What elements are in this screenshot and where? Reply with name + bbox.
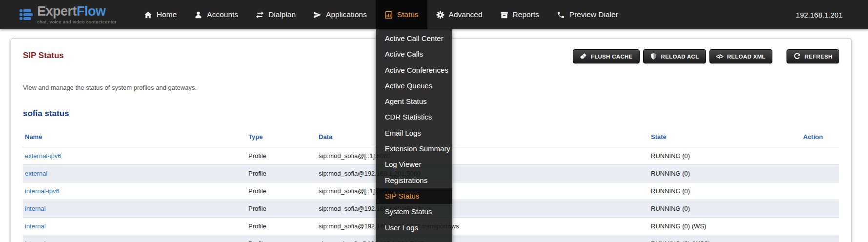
cell-type: Profile	[246, 235, 317, 242]
status-menu-item-registrations[interactable]: Registrations	[376, 173, 452, 188]
reload-xml-button[interactable]: </> RELOAD XML	[709, 49, 772, 63]
cell-state: RUNNING (0) (WSS)	[649, 235, 801, 242]
cell-action	[801, 147, 839, 165]
status-menu-item-log-viewer[interactable]: Log Viewer	[376, 157, 452, 172]
cell-type: Profile	[246, 218, 317, 235]
nav-item-home[interactable]: Home	[135, 0, 185, 29]
status-menu-item-agent-status[interactable]: Agent Status	[376, 94, 452, 109]
paper-plane-icon	[313, 11, 322, 19]
cell-action	[801, 182, 839, 200]
cell-state: RUNNING (0) (WS)	[649, 218, 801, 235]
nav-item-label: Preview Dialer	[569, 10, 618, 19]
nav-item-label: Home	[157, 10, 177, 19]
nav-item-dialplan[interactable]: Dialplan	[247, 0, 304, 29]
nav-item-applications[interactable]: Applications	[304, 0, 376, 29]
refresh-button[interactable]: REFRESH	[787, 49, 839, 63]
button-label: RELOAD XML	[727, 54, 766, 60]
nav-item-preview-dialer[interactable]: Preview Dialer	[548, 0, 627, 29]
logo-dots-icon	[20, 9, 33, 20]
column-header-type: Type	[246, 128, 317, 147]
profile-name-link[interactable]: external	[25, 170, 47, 177]
page-title: SIP Status	[23, 49, 64, 60]
cell-action	[801, 165, 839, 182]
status-menu-item-cdr-statistics[interactable]: CDR Statistics	[376, 109, 452, 125]
reload-acl-button[interactable]: RELOAD ACL	[643, 49, 706, 63]
cell-state: RUNNING (0)	[649, 182, 801, 200]
status-menu-item-active-calls[interactable]: Active Calls	[376, 46, 452, 62]
code-icon: </>	[716, 53, 723, 60]
shield-icon	[650, 53, 657, 60]
cell-state: RUNNING (0)	[649, 147, 801, 165]
phone-icon	[557, 11, 565, 19]
main-nav: Home Accounts Dialplan Applications Stat…	[135, 0, 627, 29]
home-icon	[144, 11, 152, 19]
user-icon	[194, 11, 202, 19]
status-menu-item-system-status[interactable]: System Status	[376, 204, 452, 220]
gear-icon	[436, 11, 444, 19]
logo-name: ExpertFlow	[37, 5, 117, 18]
profile-name-link[interactable]: external-ipv6	[25, 152, 61, 160]
bar-chart-icon	[384, 11, 393, 19]
cell-data: sip:mod_sofia@192.168.1.201:5072;transpo…	[317, 218, 649, 235]
cell-data: sip:mod_sofia@[::1]:5080	[317, 147, 649, 165]
exchange-icon	[256, 11, 264, 19]
navbar: ExpertFlow chat, voice and video contact…	[0, 0, 868, 29]
column-header-data: Data	[317, 128, 649, 147]
refresh-icon	[793, 53, 801, 60]
button-label: RELOAD ACL	[661, 54, 699, 60]
status-menu-item-active-queues[interactable]: Active Queues	[376, 78, 452, 94]
expertflow-logo[interactable]: ExpertFlow chat, voice and video contact…	[20, 5, 117, 24]
profile-name-link[interactable]: internal	[25, 240, 46, 242]
nav-item-reports[interactable]: Reports	[491, 0, 548, 29]
nav-item-advanced[interactable]: Advanced	[427, 0, 491, 29]
cell-action	[801, 200, 839, 218]
profile-name-link[interactable]: internal	[25, 222, 46, 230]
button-label: FLUSH CACHE	[591, 54, 633, 60]
cell-data: sip:mod_sofia@[::1]:5060	[317, 182, 649, 200]
status-dropdown-menu: Active Call Center Active Calls Active C…	[376, 29, 452, 242]
cell-type: Profile	[246, 147, 317, 165]
profile-name-link[interactable]: internal-ipv6	[25, 187, 60, 195]
cell-action	[801, 218, 839, 235]
status-menu-item-user-logs[interactable]: User Logs	[376, 220, 452, 236]
flush-cache-button[interactable]: FLUSH CACHE	[573, 49, 640, 63]
status-menu-item-email-logs[interactable]: Email Logs	[376, 125, 452, 141]
profile-name-link[interactable]: internal	[25, 205, 46, 212]
column-header-action: Action	[801, 128, 839, 147]
status-menu-item-active-call-center[interactable]: Active Call Center	[376, 31, 452, 46]
cell-data: sip:mod_sofia@192.168.1.201:5060	[317, 200, 649, 218]
logo-tagline: chat, voice and video contactcenter	[37, 20, 117, 24]
nav-item-label: Reports	[513, 10, 539, 19]
status-menu-item-sip-status[interactable]: SIP Status	[376, 188, 452, 204]
cell-data: sips:mod_sofia@192.168.1.201:7443;transp…	[317, 235, 649, 242]
nav-item-label: Applications	[326, 10, 367, 19]
nav-item-label: Status	[397, 10, 419, 19]
nav-item-status[interactable]: Status Active Call Center Active Calls A…	[376, 0, 427, 29]
action-buttons: FLUSH CACHE RELOAD ACL </> RELOAD XML RE…	[573, 49, 839, 63]
status-menu-item-active-conferences[interactable]: Active Conferences	[376, 62, 452, 78]
column-header-state: State	[649, 128, 801, 147]
cell-state: RUNNING (0)	[649, 165, 801, 182]
nav-item-label: Advanced	[449, 10, 483, 19]
nav-item-label: Accounts	[207, 10, 238, 19]
cell-action	[801, 235, 839, 242]
server-ip: 192.168.1.201	[796, 11, 843, 19]
status-menu-item-extension-summary[interactable]: Extension Summary	[376, 141, 452, 157]
cell-type: Profile	[246, 165, 317, 182]
nav-item-accounts[interactable]: Accounts	[185, 0, 247, 29]
button-label: REFRESH	[805, 54, 832, 60]
cell-type: Profile	[246, 182, 317, 200]
cell-data: sip:mod_sofia@192.168.1.201:5080	[317, 165, 649, 182]
nav-item-label: Dialplan	[268, 10, 296, 19]
archive-icon	[500, 11, 508, 19]
cell-state: RUNNING (0)	[649, 200, 801, 218]
column-header-name: Name	[23, 128, 246, 147]
cell-type: Profile	[246, 200, 317, 218]
eraser-icon	[580, 53, 587, 60]
